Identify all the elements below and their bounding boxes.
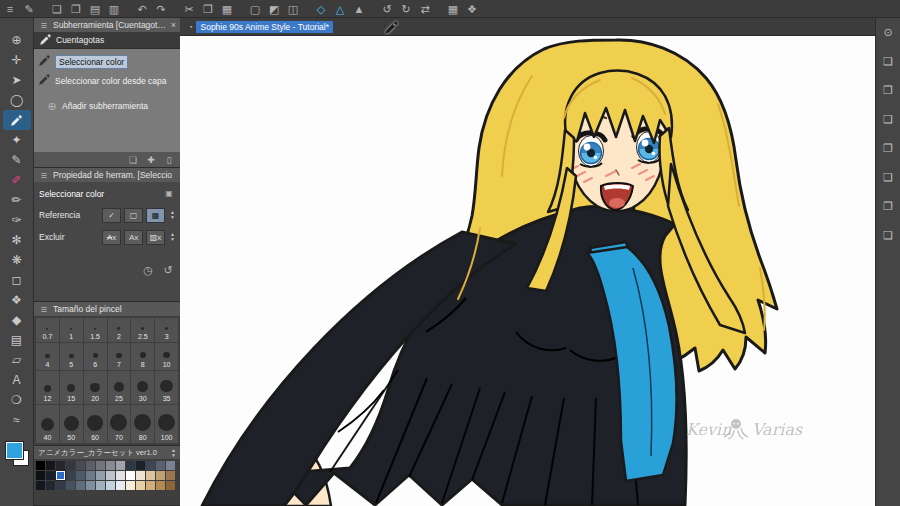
history-panel-icon[interactable]: ❏ xyxy=(882,227,894,243)
color-swatch[interactable] xyxy=(56,461,65,470)
history-clock-icon[interactable]: ◷ xyxy=(142,262,154,278)
subtool-group-tab[interactable]: Cuentagotas xyxy=(34,32,180,49)
color-swatch[interactable] xyxy=(86,461,95,470)
color-swatch[interactable] xyxy=(36,461,45,470)
rotate-left-icon[interactable]: ↺ xyxy=(381,1,393,17)
color-swatch[interactable] xyxy=(66,471,75,480)
brush-size-cell[interactable]: 80 xyxy=(131,405,154,443)
color-swatch[interactable] xyxy=(126,481,135,490)
menu-icon[interactable]: ≡ xyxy=(4,1,16,17)
color-swatch[interactable] xyxy=(166,471,175,480)
exclude-text-toggle[interactable]: Ax xyxy=(124,230,143,245)
color-swatch[interactable] xyxy=(116,471,125,480)
ref-multi-toggle[interactable]: ▦ xyxy=(146,208,165,223)
brush-size-cell[interactable]: 2 xyxy=(108,318,131,342)
color-swatch[interactable] xyxy=(146,481,155,490)
ref-check-toggle[interactable]: ✓ xyxy=(102,208,121,223)
decoration-tool[interactable]: ❋ xyxy=(3,250,31,270)
brush-size-cell[interactable]: 15 xyxy=(60,371,83,404)
color-swatch[interactable] xyxy=(166,481,175,490)
figure-tool[interactable]: ▱ xyxy=(3,350,31,370)
material-3d-panel-icon[interactable]: ❏ xyxy=(882,169,894,185)
material-monochrome-panel-icon[interactable]: ❐ xyxy=(882,82,894,98)
main-color-swatch[interactable] xyxy=(6,442,23,459)
color-swatch[interactable] xyxy=(66,461,75,470)
paste-icon[interactable]: ▦ xyxy=(221,1,233,17)
brush-size-cell[interactable]: 60 xyxy=(84,405,107,443)
snap-special-icon[interactable]: ▲ xyxy=(353,1,365,17)
snap-ruler-icon[interactable]: △ xyxy=(334,1,346,17)
flip-icon[interactable]: ⇄ xyxy=(419,1,431,17)
tool-property-header[interactable]: ≡ Propiedad de herram. [Seleccio xyxy=(34,168,180,182)
color-swatch[interactable] xyxy=(156,481,165,490)
marker-tool[interactable]: ✐ xyxy=(3,170,31,190)
snap-off-icon[interactable]: ◇ xyxy=(315,1,327,17)
color-swatch[interactable] xyxy=(96,471,105,480)
duplicate-subtool-icon[interactable]: ❏ xyxy=(127,152,139,168)
brush-size-cell[interactable]: 7 xyxy=(108,343,131,370)
new-subtool-icon[interactable]: ✚ xyxy=(145,152,157,168)
line-correct-tool[interactable]: ≈ xyxy=(3,410,31,430)
navigator-icon[interactable]: ⊙ xyxy=(882,24,894,40)
color-swatch[interactable] xyxy=(146,471,155,480)
canvas[interactable]: Kevin Varias xyxy=(180,36,875,506)
brush-size-cell[interactable]: 1.5 xyxy=(84,318,107,342)
airbrush-tool[interactable]: ✻ xyxy=(3,230,31,250)
color-set-spinner[interactable]: ▲▼ xyxy=(171,448,176,458)
auto-select-tool[interactable]: ✦ xyxy=(3,130,31,150)
rotate-right-icon[interactable]: ↻ xyxy=(400,1,412,17)
add-subtool-button[interactable]: ⊕ Añadir subherramienta xyxy=(46,98,178,114)
undo-icon[interactable]: ↶ xyxy=(136,1,148,17)
brush-size-cell[interactable]: 6 xyxy=(84,343,107,370)
color-swatch[interactable] xyxy=(56,481,65,490)
download-panel-icon[interactable]: ❐ xyxy=(882,198,894,214)
color-swatch[interactable] xyxy=(126,461,135,470)
eraser-tool[interactable]: ◻ xyxy=(3,270,31,290)
cut-icon[interactable]: ✂ xyxy=(183,1,195,17)
brush-size-cell[interactable]: 4 xyxy=(36,343,59,370)
subtool-item[interactable]: Seleccionar color xyxy=(36,52,178,71)
color-set-header[interactable]: アニメカラー_カラーセット ver1.0 ▲▼ xyxy=(34,446,180,459)
grid-icon[interactable]: ▦ xyxy=(447,1,459,17)
pencil-tool[interactable]: ✏ xyxy=(3,190,31,210)
subtool-item[interactable]: Seleccionar color desde capa xyxy=(36,71,178,90)
new-doc-icon[interactable]: ❏ xyxy=(51,1,63,17)
reference-spinner[interactable]: ▲▼ xyxy=(170,210,175,220)
color-swatch[interactable] xyxy=(116,461,125,470)
redo-icon[interactable]: ↷ xyxy=(155,1,167,17)
color-swatch[interactable] xyxy=(86,471,95,480)
brush-size-cell[interactable]: 5 xyxy=(60,343,83,370)
operation-tool[interactable]: ➤ xyxy=(3,70,31,90)
eyedropper-tool[interactable] xyxy=(3,110,31,130)
color-swatch[interactable] xyxy=(76,481,85,490)
color-swatch[interactable] xyxy=(96,461,105,470)
balloon-tool[interactable]: ❍ xyxy=(3,390,31,410)
brush-size-cell[interactable]: 10 xyxy=(155,343,178,370)
subtool-panel-header[interactable]: ≡ Subherramienta [Cuentagotas] × xyxy=(34,18,180,32)
hand-tool[interactable]: ✛ xyxy=(3,50,31,70)
select-border-icon[interactable]: ◫ xyxy=(287,1,299,17)
brush-size-cell[interactable]: 3 xyxy=(155,318,178,342)
color-swatch[interactable] xyxy=(76,461,85,470)
panel-menu-icon[interactable]: ≡ xyxy=(38,302,50,316)
material-icon[interactable]: ❖ xyxy=(466,1,478,17)
color-swatch[interactable] xyxy=(116,481,125,490)
brush-size-cell[interactable]: 12 xyxy=(36,371,59,404)
pen-tool[interactable]: ✎ xyxy=(3,150,31,170)
brush-size-cell[interactable]: 8 xyxy=(131,343,154,370)
exclude-layer-toggle[interactable]: ▨x xyxy=(146,230,165,245)
zoom-tool[interactable]: ⊕ xyxy=(3,30,31,50)
color-swatch[interactable] xyxy=(46,481,55,490)
color-swatch[interactable] xyxy=(136,481,145,490)
deselect-icon[interactable]: ▢ xyxy=(249,1,261,17)
color-swatch[interactable] xyxy=(56,471,65,480)
save-all-icon[interactable]: ▥ xyxy=(108,1,120,17)
material-image-panel-icon[interactable]: ❐ xyxy=(882,140,894,156)
brush-tool[interactable]: ✑ xyxy=(3,210,31,230)
brush-size-cell[interactable]: 100 xyxy=(155,405,178,443)
brush-size-cell[interactable]: 35 xyxy=(155,371,178,404)
exclude-spinner[interactable]: ▲▼ xyxy=(170,232,175,242)
brush-size-cell[interactable]: 2.5 xyxy=(131,318,154,342)
reset-icon[interactable]: ↺ xyxy=(162,262,174,278)
color-swatch[interactable] xyxy=(136,471,145,480)
